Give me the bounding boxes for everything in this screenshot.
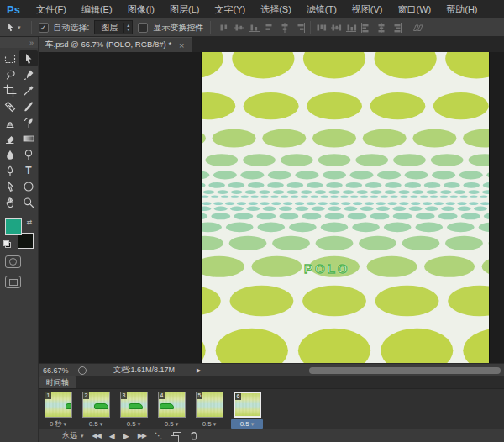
color-swatches: ⇄	[3, 218, 35, 249]
crop-tool[interactable]	[1, 82, 19, 98]
clone-stamp-tool[interactable]	[1, 114, 19, 130]
menu-select[interactable]: 选择(S)	[253, 0, 299, 18]
eyedropper-tool[interactable]	[19, 82, 38, 98]
align-right-edges-icon[interactable]	[293, 22, 307, 34]
eraser-tool[interactable]	[1, 130, 19, 146]
frame-thumbnail[interactable]: 2	[82, 392, 110, 418]
rectangular-marquee-tool[interactable]	[1, 50, 19, 66]
document-tab-title: 车.psd @ 66.7% (POLO, RGB/8#) *	[45, 39, 171, 50]
align-vertical-centers-icon[interactable]	[233, 22, 246, 34]
chevron-down-icon: ▾	[176, 421, 179, 428]
crop-icon	[3, 84, 17, 97]
timeline-frame-1[interactable]: 1 0 秒▾	[42, 392, 74, 429]
auto-align-layers-icon[interactable]	[411, 22, 424, 34]
ellipse-tool[interactable]	[19, 178, 38, 194]
frame-number: 5	[197, 392, 203, 399]
horizontal-scrollbar[interactable]	[309, 367, 501, 374]
delete-frame-button[interactable]	[190, 431, 198, 440]
quick-selection-icon	[22, 68, 35, 82]
frame-delay-dropdown[interactable]: 0.5▾	[231, 419, 263, 429]
tool-preset-picker[interactable]: ▾	[5, 22, 24, 33]
align-top-edges-icon[interactable]	[218, 22, 231, 34]
timeline-frame-3[interactable]: 3 0.5▾	[118, 392, 150, 429]
frame-thumbnail[interactable]: 1	[45, 392, 72, 418]
frame-thumbnail[interactable]: 4	[158, 392, 186, 418]
status-flyout-arrow-icon[interactable]: ▶	[197, 367, 201, 374]
previous-frame-button[interactable]: ◀	[109, 433, 115, 439]
distribute-right-edges-icon[interactable]	[390, 22, 403, 34]
timeline-tab[interactable]: 时间轴	[39, 376, 76, 388]
duplicate-frame-button[interactable]	[173, 432, 181, 439]
gradient-tool[interactable]	[19, 130, 38, 146]
blur-tool[interactable]	[1, 146, 19, 162]
quick-mask-button[interactable]	[5, 255, 21, 268]
menu-type[interactable]: 文字(Y)	[207, 0, 253, 18]
align-bottom-edges-icon[interactable]	[248, 22, 261, 34]
distribute-left-edges-icon[interactable]	[360, 22, 373, 34]
show-transform-checkbox[interactable]	[138, 23, 148, 33]
play-button[interactable]: ▶	[123, 433, 129, 439]
frame-delay-dropdown[interactable]: 0.5▾	[118, 419, 150, 429]
align-horizontal-centers-icon[interactable]	[278, 22, 291, 34]
menu-layer[interactable]: 图层(L)	[162, 0, 207, 18]
polo-text-layer[interactable]: POLO	[304, 261, 350, 276]
frame-thumbnail[interactable]: 3	[120, 392, 148, 418]
brush-tool[interactable]	[19, 98, 38, 114]
timeline-frame-5[interactable]: 5 0.5▾	[193, 392, 225, 429]
swap-colors-icon[interactable]: ⇄	[27, 218, 33, 226]
dodge-icon	[22, 148, 35, 161]
menu-filter[interactable]: 滤镜(T)	[299, 0, 344, 18]
loop-selector[interactable]: 永远 ▾	[62, 430, 84, 441]
healing-brush-tool[interactable]	[1, 98, 19, 114]
move-icon	[22, 52, 35, 66]
timeline-frame-4[interactable]: 4 0.5▾	[155, 392, 187, 429]
timeline-frame-6[interactable]: 6 0.5▾	[231, 392, 263, 429]
frame-delay-dropdown[interactable]: 0.5▾	[193, 419, 225, 429]
first-frame-button[interactable]: ◀◀	[92, 433, 101, 439]
history-brush-tool[interactable]	[19, 114, 38, 130]
document-image[interactable]: POLO	[202, 52, 489, 363]
menu-window[interactable]: 窗口(W)	[391, 0, 439, 18]
foreground-color-swatch[interactable]	[5, 218, 22, 235]
next-frame-button[interactable]: ▶▶	[138, 433, 146, 439]
lasso-tool[interactable]	[1, 66, 19, 82]
zoom-tool[interactable]	[19, 194, 38, 210]
frame-delay-dropdown[interactable]: 0 秒▾	[42, 419, 74, 429]
distribute-horizontal-centers-icon[interactable]	[375, 22, 388, 34]
path-selection-tool[interactable]	[1, 178, 19, 194]
screen-mode-button[interactable]	[5, 276, 21, 288]
frame-delay-dropdown[interactable]: 0.5▾	[80, 419, 112, 429]
frame-thumbnail[interactable]: 5	[196, 392, 223, 418]
distribute-vertical-centers-icon[interactable]	[329, 22, 343, 34]
menu-view[interactable]: 视图(V)	[344, 0, 391, 18]
toolbar-collapse-button[interactable]: »	[0, 37, 38, 48]
chevron-down-icon: ▾	[251, 421, 255, 428]
hand-tool[interactable]	[1, 194, 19, 210]
canvas-pasteboard[interactable]: POLO	[39, 52, 504, 363]
auto-select-checkbox[interactable]: ✓	[39, 23, 49, 33]
close-icon[interactable]: ×	[179, 41, 184, 50]
chevron-down-icon: ▾	[18, 24, 21, 31]
ellipse-icon	[22, 180, 35, 193]
dodge-tool[interactable]	[19, 146, 38, 162]
auto-select-target-dropdown[interactable]: 图层 ▲▼	[94, 20, 133, 34]
align-left-edges-icon[interactable]	[263, 22, 276, 34]
chevron-down-icon: ▾	[138, 421, 141, 428]
frame-delay-dropdown[interactable]: 0.5▾	[155, 419, 187, 429]
menu-edit[interactable]: 编辑(E)	[74, 0, 120, 18]
distribute-top-edges-icon[interactable]	[314, 22, 328, 34]
pen-tool[interactable]	[1, 162, 19, 178]
frame-thumbnail[interactable]: 6	[234, 392, 261, 418]
quick-selection-tool[interactable]	[19, 66, 38, 82]
timeline-frame-2[interactable]: 2 0.5▾	[80, 392, 112, 429]
default-colors-icon[interactable]	[3, 240, 11, 248]
type-tool[interactable]: T	[19, 162, 38, 178]
distribute-bottom-edges-icon[interactable]	[344, 22, 358, 34]
menu-image[interactable]: 图像(I)	[120, 0, 162, 18]
menu-file[interactable]: 文件(F)	[29, 0, 74, 18]
zoom-level-field[interactable]: 66.67%	[39, 366, 75, 375]
move-tool[interactable]	[19, 50, 38, 66]
tween-button[interactable]: ⋱	[155, 433, 163, 439]
menu-help[interactable]: 帮助(H)	[438, 0, 485, 18]
document-tab[interactable]: 车.psd @ 66.7% (POLO, RGB/8#) * ×	[39, 37, 192, 52]
